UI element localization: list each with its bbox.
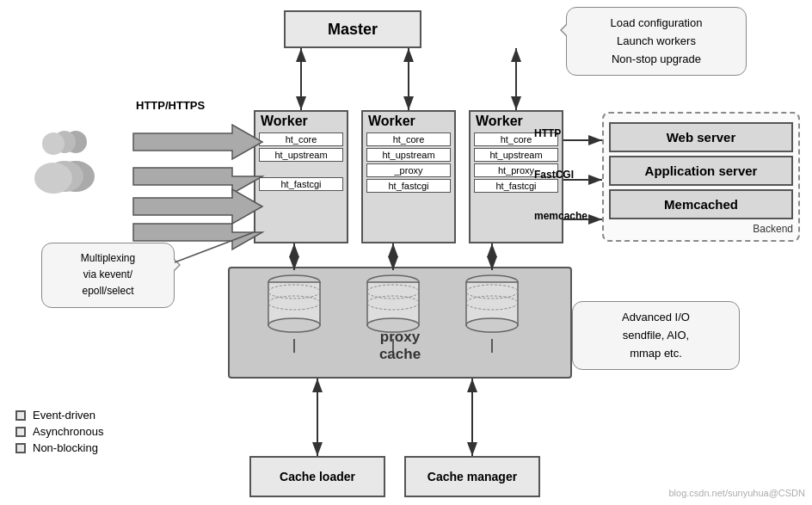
callout-top-text: Load configurationLaunch workersNon-stop… (611, 16, 703, 65)
callout-bottom-text: Advanced I/Osendfile, AIO,mmap etc. (622, 311, 690, 360)
worker-box-1: Worker ht_core ht_upstream ht_fastcgi (254, 110, 348, 243)
legend-square-2 (15, 427, 26, 437)
appserver-box: Application server (609, 156, 793, 186)
fastcgi-label: FastCGI (534, 169, 574, 181)
db-cylinder-1 (262, 270, 327, 339)
http-https-label: HTTP/HTTPS (136, 99, 205, 112)
legend-label-1: Event-driven (33, 409, 95, 422)
legend: Event-driven Asynchronous Non-blocking (15, 405, 103, 458)
svg-marker-27 (133, 168, 262, 194)
svg-point-18 (466, 318, 518, 332)
worker3-module2: ht_upstream (474, 148, 558, 162)
memcache-label: memcache (534, 210, 587, 222)
svg-point-4 (42, 132, 65, 155)
http-label: HTTP (534, 127, 561, 139)
svg-point-13 (367, 318, 419, 332)
memcached-box: Memcached (609, 189, 793, 219)
legend-square-3 (15, 443, 26, 453)
user-icon (33, 125, 97, 194)
worker1-module3: ht_fastcgi (259, 177, 343, 191)
legend-item-asynchronous: Asynchronous (15, 425, 103, 438)
backend-container: Web server Application server Memcached … (602, 112, 800, 242)
svg-marker-28 (133, 189, 262, 224)
worker-box-2: Worker ht_core ht_upstream _proxy ht_fas… (361, 110, 456, 243)
worker1-label: Worker (255, 112, 347, 131)
legend-label-3: Non-blocking (33, 441, 98, 454)
master-label: Master (328, 21, 378, 39)
legend-label-2: Asynchronous (33, 425, 103, 438)
db-cylinder-3 (460, 270, 525, 339)
cache-manager-label: Cache manager (428, 470, 517, 483)
master-box: Master (284, 10, 421, 48)
legend-item-event-driven: Event-driven (15, 409, 103, 422)
legend-item-nonblocking: Non-blocking (15, 441, 103, 454)
worker1-module1: ht_core (259, 132, 343, 146)
callout-left: Multiplexingvia kevent/epoll/select (41, 243, 175, 308)
diagram-container: Master Load configurationLaunch workersN… (0, 0, 812, 505)
callout-bottom: Advanced I/Osendfile, AIO,mmap etc. (572, 301, 740, 370)
worker1-module2: ht_upstream (259, 148, 343, 162)
worker3-module4: ht_fastcgi (474, 179, 558, 193)
callout-left-text: Multiplexingvia kevent/epoll/select (81, 252, 135, 297)
backend-label: Backend (609, 223, 793, 235)
legend-square-1 (15, 410, 26, 421)
webserver-box: Web server (609, 122, 793, 152)
worker2-label: Worker (363, 112, 454, 131)
worker2-module2: ht_upstream (366, 148, 451, 162)
watermark: blog.csdn.net/sunyuhua@CSDN (668, 488, 805, 498)
cache-loader-box: Cache loader (249, 456, 385, 497)
cache-loader-label: Cache loader (280, 470, 355, 483)
svg-point-8 (268, 318, 320, 332)
worker2-module1: ht_core (366, 132, 451, 146)
callout-top: Load configurationLaunch workersNon-stop… (566, 7, 747, 76)
worker2-module4: ht_fastcgi (366, 179, 451, 193)
svg-point-5 (34, 163, 72, 194)
cache-manager-box: Cache manager (404, 456, 540, 497)
db-cylinder-2 (361, 270, 426, 339)
worker2-module3: _proxy (366, 163, 451, 177)
svg-marker-26 (133, 125, 262, 159)
